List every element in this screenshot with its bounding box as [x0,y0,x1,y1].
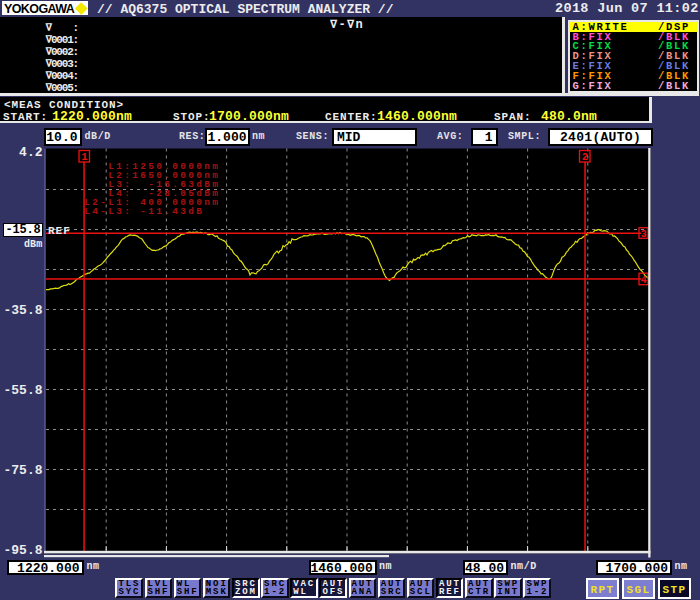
svg-text:3: 3 [641,229,647,240]
svg-text:REF: REF [48,225,71,237]
svg-text:L4-L3: -11.43dB: L4-L3: -11.43dB [84,206,204,217]
svg-text:2: 2 [582,152,588,163]
svg-text:4: 4 [641,275,647,286]
